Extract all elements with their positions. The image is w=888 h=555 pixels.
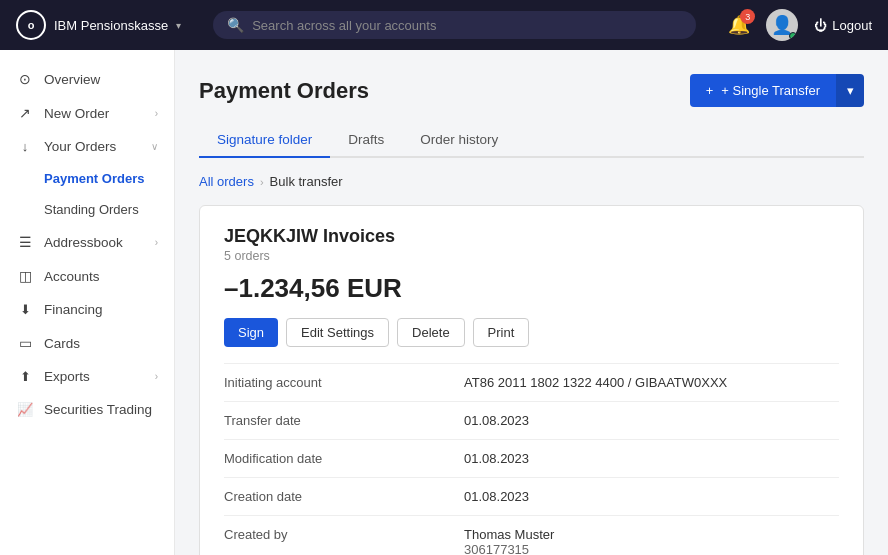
order-details-table: Initiating accountAT86 2011 1802 1322 44…: [224, 363, 839, 555]
brand-name: IBM Pensionskasse: [54, 18, 168, 33]
sign-button[interactable]: Sign: [224, 318, 278, 347]
detail-label: Modification date: [224, 440, 464, 478]
search-icon: 🔍: [227, 17, 244, 33]
page-title: Payment Orders: [199, 78, 369, 104]
sidebar-item-new-order[interactable]: ↗ New Order ›: [0, 96, 174, 130]
logout-button[interactable]: ⏻ Logout: [814, 18, 872, 33]
topnav-right-section: 🔔 3 👤 ⏻ Logout: [728, 9, 872, 41]
single-transfer-dropdown-button[interactable]: ▾: [836, 74, 864, 107]
cards-icon: ▭: [16, 335, 34, 351]
chevron-icon-3: ›: [155, 371, 158, 382]
logout-icon: ⏻: [814, 18, 827, 33]
detail-value: 01.08.2023: [464, 440, 839, 478]
sidebar-label-payment-orders: Payment Orders: [44, 171, 144, 186]
chevron-icon-2: ›: [155, 237, 158, 248]
sidebar-item-payment-orders[interactable]: Payment Orders: [0, 163, 174, 194]
chevron-icon: ›: [155, 108, 158, 119]
sidebar-label-standing-orders: Standing Orders: [44, 202, 139, 217]
order-card: JEQKKJIW Invoices 5 orders –1.234,56 EUR…: [199, 205, 864, 555]
your-orders-icon: ↓: [16, 139, 34, 154]
single-transfer-button[interactable]: + + Single Transfer: [690, 74, 836, 107]
addressbook-icon: ☰: [16, 234, 34, 250]
table-row: Creation date01.08.2023: [224, 478, 839, 516]
order-subtitle: 5 orders: [224, 249, 839, 263]
notifications-button[interactable]: 🔔 3: [728, 14, 750, 36]
order-amount: –1.234,56 EUR: [224, 273, 839, 304]
single-transfer-split-button: + + Single Transfer ▾: [690, 74, 864, 107]
order-title: JEQKKJIW Invoices: [224, 226, 839, 247]
sidebar-label-financing: Financing: [44, 302, 158, 317]
sidebar-label-cards: Cards: [44, 336, 158, 351]
accounts-icon: ◫: [16, 268, 34, 284]
sidebar-item-cards[interactable]: ▭ Cards: [0, 326, 174, 360]
detail-value: Thomas Muster306177315: [464, 516, 839, 556]
tab-drafts[interactable]: Drafts: [330, 123, 402, 158]
sidebar-label-overview: Overview: [44, 72, 158, 87]
delete-button[interactable]: Delete: [397, 318, 465, 347]
table-row: Initiating accountAT86 2011 1802 1322 44…: [224, 364, 839, 402]
breadcrumb-current: Bulk transfer: [270, 174, 343, 189]
breadcrumb-all-orders-link[interactable]: All orders: [199, 174, 254, 189]
brand-chevron-icon: ▾: [176, 20, 181, 31]
detail-label: Creation date: [224, 478, 464, 516]
sidebar-item-securities-trading[interactable]: 📈 Securities Trading: [0, 393, 174, 426]
sidebar-item-financing[interactable]: ⬇ Financing: [0, 293, 174, 326]
sidebar-label-exports: Exports: [44, 369, 145, 384]
overview-icon: ⊙: [16, 71, 34, 87]
sidebar-item-overview[interactable]: ⊙ Overview: [0, 62, 174, 96]
order-actions: Sign Edit Settings Delete Print: [224, 318, 839, 347]
sidebar-item-standing-orders[interactable]: Standing Orders: [0, 194, 174, 225]
print-button[interactable]: Print: [473, 318, 530, 347]
detail-label: Initiating account: [224, 364, 464, 402]
tab-signature-folder[interactable]: Signature folder: [199, 123, 330, 158]
sidebar-item-addressbook[interactable]: ☰ Addressbook ›: [0, 225, 174, 259]
page-header: Payment Orders + + Single Transfer ▾: [199, 74, 864, 107]
breadcrumb-separator-icon: ›: [260, 176, 264, 188]
sidebar-label-securities: Securities Trading: [44, 402, 158, 417]
online-indicator: [789, 32, 797, 40]
sidebar-item-exports[interactable]: ⬆ Exports ›: [0, 360, 174, 393]
logo-circle: o: [16, 10, 46, 40]
new-order-icon: ↗: [16, 105, 34, 121]
top-navigation: o IBM Pensionskasse ▾ 🔍 🔔 3 👤 ⏻ Logout: [0, 0, 888, 50]
sidebar-label-new-order: New Order: [44, 106, 145, 121]
edit-settings-button[interactable]: Edit Settings: [286, 318, 389, 347]
breadcrumb: All orders › Bulk transfer: [199, 174, 864, 189]
tabs-bar: Signature folder Drafts Order history: [199, 123, 864, 158]
detail-value: AT86 2011 1802 1322 4400 / GIBAATW0XXX: [464, 364, 839, 402]
user-avatar[interactable]: 👤: [766, 9, 798, 41]
chevron-down-icon: ▾: [847, 83, 854, 98]
table-row: Modification date01.08.2023: [224, 440, 839, 478]
detail-label: Created by: [224, 516, 464, 556]
main-content: Payment Orders + + Single Transfer ▾ Sig…: [175, 50, 888, 555]
sidebar-label-addressbook: Addressbook: [44, 235, 145, 250]
detail-label: Transfer date: [224, 402, 464, 440]
sidebar-label-accounts: Accounts: [44, 269, 158, 284]
exports-icon: ⬆: [16, 369, 34, 384]
sidebar: ⊙ Overview ↗ New Order › ↓ Your Orders ∨…: [0, 50, 175, 555]
chevron-down-icon: ∨: [151, 141, 158, 152]
detail-value: 01.08.2023: [464, 478, 839, 516]
financing-icon: ⬇: [16, 302, 34, 317]
securities-icon: 📈: [16, 402, 34, 417]
table-row: Transfer date01.08.2023: [224, 402, 839, 440]
detail-value: 01.08.2023: [464, 402, 839, 440]
plus-icon: +: [706, 83, 714, 98]
sidebar-label-your-orders: Your Orders: [44, 139, 141, 154]
table-row: Created byThomas Muster306177315: [224, 516, 839, 556]
tab-order-history[interactable]: Order history: [402, 123, 516, 158]
search-input[interactable]: [252, 18, 682, 33]
sidebar-item-your-orders[interactable]: ↓ Your Orders ∨: [0, 130, 174, 163]
sidebar-item-accounts[interactable]: ◫ Accounts: [0, 259, 174, 293]
brand-logo[interactable]: o IBM Pensionskasse ▾: [16, 10, 181, 40]
notification-badge: 3: [740, 9, 755, 24]
search-bar[interactable]: 🔍: [213, 11, 696, 39]
